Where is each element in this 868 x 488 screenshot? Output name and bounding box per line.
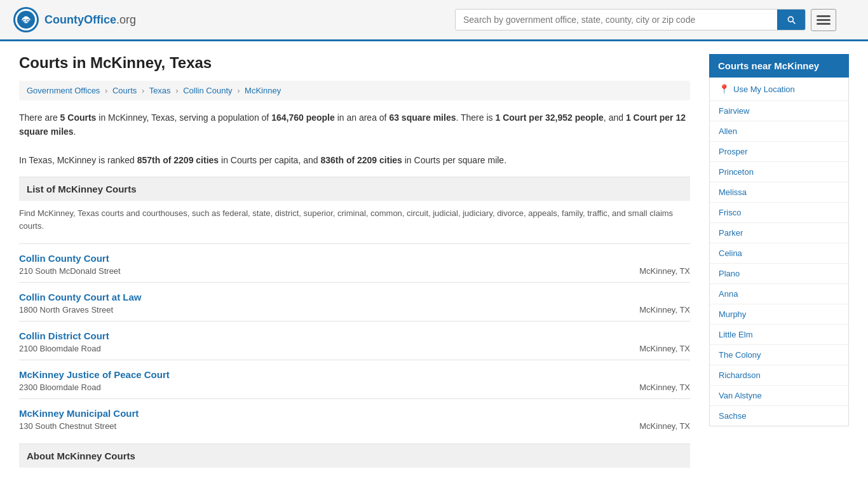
sidebar-item-prosper[interactable]: Prosper [710,142,848,162]
logo-text: CountyOffice.org [44,13,136,27]
site-header: CO CountyOffice.org [0,0,868,41]
sidebar-item-melissa[interactable]: Melissa [710,182,848,203]
content-area: Courts in McKinney, Texas Government Off… [19,54,690,468]
court-address: 2300 Bloomdale Road [19,383,101,392]
breadcrumb-courts[interactable]: Courts [112,86,137,95]
table-row: Collin County Court 210 South McDonald S… [19,243,690,282]
breadcrumb-texas[interactable]: Texas [149,86,171,95]
court-city: McKinney, TX [639,383,690,392]
pin-icon: 📍 [719,84,729,94]
court-name: McKinney Justice of Peace Court [19,369,690,380]
breadcrumb: Government Offices › Courts › Texas › Co… [19,81,690,100]
sidebar-item-plano[interactable]: Plano [710,264,848,284]
sidebar-item-van-alstyne[interactable]: Van Alstyne [710,386,848,406]
sidebar-item-sachse[interactable]: Sachse [710,406,848,426]
sidebar-item-frisco[interactable]: Frisco [710,203,848,223]
list-section-heading: List of McKinney Courts [19,177,690,201]
search-button[interactable] [777,10,805,30]
court-name: Collin County Court [19,253,690,264]
sidebar-item-little-elm[interactable]: Little Elm [710,325,848,345]
search-input-box [455,9,806,30]
court-name: Collin District Court [19,330,690,341]
main-container: Courts in McKinney, Texas Government Off… [0,41,868,480]
svg-text:CO: CO [22,18,30,24]
table-row: McKinney Municipal Court 130 South Chest… [19,398,690,437]
table-row: Collin District Court 2100 Bloomdale Roa… [19,321,690,360]
sidebar: Courts near McKinney 📍 Use My Location F… [709,54,849,468]
breadcrumb-gov-offices[interactable]: Government Offices [27,86,100,95]
courts-list: Collin County Court 210 South McDonald S… [19,243,690,437]
court-city: McKinney, TX [639,266,690,276]
court-address: 2100 Bloomdale Road [19,344,101,353]
court-city: McKinney, TX [639,305,690,315]
sidebar-item-celina[interactable]: Celina [710,243,848,264]
table-row: Collin County Court at Law 1800 North Gr… [19,282,690,321]
sidebar-item-the-colony[interactable]: The Colony [710,345,848,365]
sidebar-item-murphy[interactable]: Murphy [710,304,848,325]
sidebar-item-princeton[interactable]: Princeton [710,162,848,182]
logo-icon: CO [13,6,39,33]
page-title: Courts in McKinney, Texas [19,54,690,72]
logo-area: CO CountyOffice.org [13,6,136,33]
breadcrumb-mckinney[interactable]: McKinney [245,86,281,95]
court-link[interactable]: McKinney Municipal Court [19,408,139,419]
use-my-location-button[interactable]: 📍 Use My Location [710,78,848,101]
court-link[interactable]: McKinney Justice of Peace Court [19,369,170,380]
court-address: 1800 North Graves Street [19,305,113,315]
sidebar-list: 📍 Use My Location Fairview Allen Prosper… [709,78,849,426]
table-row: McKinney Justice of Peace Court 2300 Blo… [19,360,690,398]
court-name: McKinney Municipal Court [19,408,690,419]
sidebar-item-anna[interactable]: Anna [710,284,848,304]
court-link[interactable]: Collin County Court [19,253,109,264]
court-address: 210 South McDonald Street [19,266,121,276]
court-name: Collin County Court at Law [19,292,690,302]
court-link[interactable]: Collin District Court [19,330,109,341]
menu-button[interactable] [811,9,836,31]
sidebar-item-allen[interactable]: Allen [710,121,848,142]
about-section-heading: About McKinney Courts [19,444,690,468]
stats-text: There are 5 Courts in McKinney, Texas, s… [19,111,690,168]
court-city: McKinney, TX [639,421,690,431]
sidebar-item-richardson[interactable]: Richardson [710,365,848,386]
sidebar-item-parker[interactable]: Parker [710,223,848,243]
use-my-location-link[interactable]: Use My Location [733,85,795,94]
list-description: Find McKinney, Texas courts and courthou… [19,207,690,234]
sidebar-item-fairview[interactable]: Fairview [710,101,848,121]
search-area [455,9,836,31]
court-address: 130 South Chestnut Street [19,421,116,431]
breadcrumb-collin-county[interactable]: Collin County [183,86,232,95]
search-input[interactable] [456,10,777,30]
court-city: McKinney, TX [639,344,690,353]
sidebar-title: Courts near McKinney [709,54,849,78]
court-link[interactable]: Collin County Court at Law [19,292,142,302]
